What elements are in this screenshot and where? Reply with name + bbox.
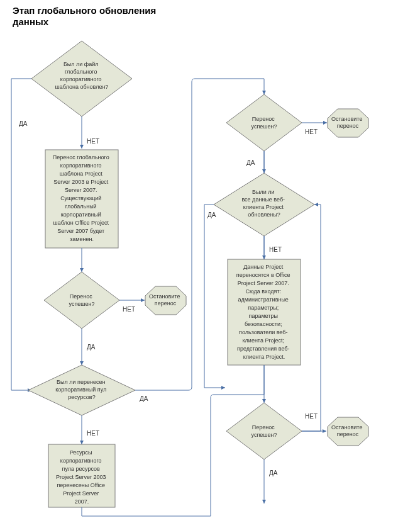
flowchart-canvas: Этап глобального обновления данных Был л… (0, 0, 420, 523)
edge-d5-yes (204, 205, 225, 388)
label-d1-no: НЕТ (87, 138, 99, 145)
label-d6-no: НЕТ (305, 413, 318, 420)
p1-text: Перенос глобального корпоративного шабло… (53, 154, 111, 242)
decision-migration-success-1 (44, 272, 119, 329)
label-d4-no: НЕТ (305, 128, 318, 135)
diagram-title: Этап глобального обновления (13, 5, 156, 16)
edge-d6-loop (302, 205, 321, 431)
label-d5-yes: ДА (207, 211, 216, 218)
label-d6-yes: ДА (269, 470, 278, 476)
decision-migration-success-3 (226, 403, 302, 459)
decision-migration-success-2 (226, 94, 302, 151)
label-d2-no: НЕТ (123, 306, 135, 313)
label-d3-no: НЕТ (87, 430, 99, 437)
diagram-title-line2: данных (13, 16, 49, 27)
label-d4-yes: ДА (246, 159, 255, 166)
label-d2-yes: ДА (87, 344, 96, 351)
label-d1-yes: ДА (19, 120, 28, 127)
p2-text: Ресурсы корпоративного пула ресурсов Pro… (56, 449, 108, 505)
label-d3-yes: ДА (140, 395, 148, 402)
label-d5-no: НЕТ (269, 246, 282, 253)
